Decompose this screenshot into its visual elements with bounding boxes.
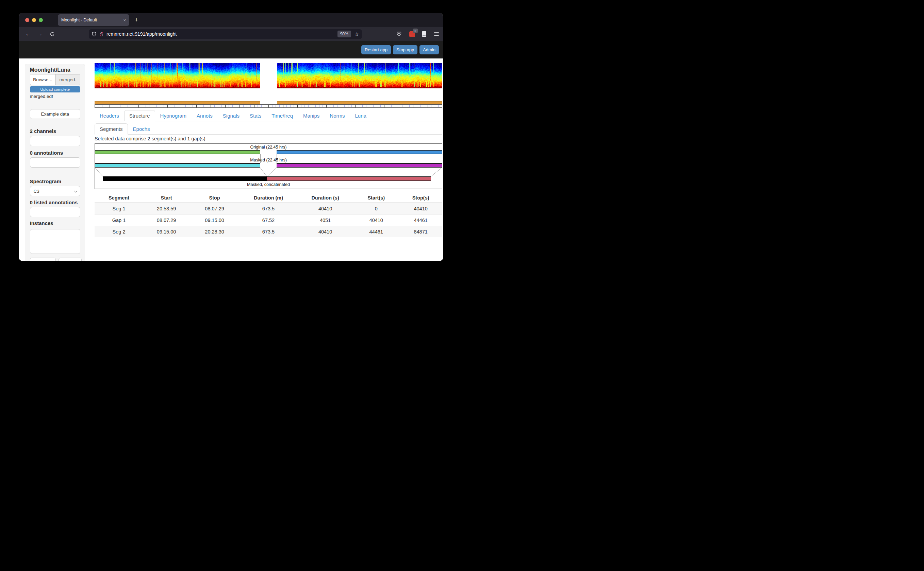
channels-select[interactable]	[30, 136, 80, 146]
reader-document-icon[interactable]	[419, 27, 428, 41]
lock-insecure-icon[interactable]	[99, 32, 104, 37]
masked-seg1-bar	[95, 163, 260, 168]
uploaded-file-name: merged.edf	[30, 94, 80, 99]
col-stop-s: Stop(s)	[399, 193, 442, 203]
annotations-select[interactable]	[30, 157, 80, 168]
subtab-segments[interactable]: Segments	[94, 123, 128, 134]
concat-funnel-lines	[95, 168, 442, 177]
tab-norms[interactable]: Norms	[325, 110, 350, 121]
sidebar-cut-button-right[interactable]	[59, 258, 82, 261]
pocket-icon[interactable]	[395, 27, 404, 41]
spectrogram-channel-select[interactable]: C3	[30, 186, 80, 196]
chevron-down-icon	[74, 189, 77, 193]
segments-summary: Selected data comprise 2 segment(s) and …	[94, 136, 206, 141]
cell: 09.15.00	[143, 226, 189, 238]
url-text[interactable]: remnrem.net:9191/app/moonlight	[107, 31, 337, 37]
stop-app-button[interactable]: Stop app	[393, 45, 418, 54]
app-page: Moonlight/Luna Browse... merged. Upload …	[19, 59, 443, 261]
col-stop: Stop	[189, 193, 240, 203]
app-header: Restart app Stop app Admin	[19, 41, 443, 59]
close-window-button[interactable]	[25, 18, 29, 22]
annotations-heading: 0 annotations	[30, 150, 80, 156]
sidebar-divider	[30, 123, 80, 123]
example-data-button[interactable]: Example data	[30, 109, 80, 119]
browser-tab[interactable]: Moonlight - Default ×	[58, 14, 129, 26]
browser-tab-title: Moonlight - Default	[61, 18, 121, 22]
restart-app-button[interactable]: Restart app	[361, 45, 391, 54]
cell: 84871	[399, 226, 442, 238]
main-tabs: Headers Structure Hypnogram Annots Signa…	[94, 110, 442, 121]
tab-headers[interactable]: Headers	[94, 110, 124, 121]
tab-luna[interactable]: Luna	[350, 110, 371, 121]
instances-heading: Instances	[30, 220, 80, 226]
tab-structure[interactable]: Structure	[124, 110, 155, 121]
listed-annotations-select[interactable]	[30, 207, 80, 217]
url-bar[interactable]: remnrem.net:9191/app/moonlight 90% ☆	[89, 29, 362, 39]
col-duration-m: Duration (m)	[240, 193, 297, 203]
col-duration-s: Duration (s)	[297, 193, 353, 203]
cell: 09.15.00	[189, 215, 240, 226]
tab-annots[interactable]: Annots	[192, 110, 218, 121]
tab-manips[interactable]: Manips	[298, 110, 325, 121]
extension-icon[interactable]: ••• 2	[407, 27, 416, 41]
concat-seg2-bar	[267, 176, 431, 181]
tab-stats[interactable]: Stats	[245, 110, 266, 121]
cell: 40410	[353, 215, 399, 226]
upload-progress-bar: Upload complete	[30, 86, 80, 93]
cell: 44461	[353, 226, 399, 238]
tab-signals[interactable]: Signals	[218, 110, 245, 121]
instances-box[interactable]	[30, 229, 80, 254]
minimize-window-button[interactable]	[32, 18, 36, 22]
cell: 40410	[297, 203, 353, 215]
cell: 673.5	[240, 203, 297, 215]
cell: Gap 1	[94, 215, 143, 226]
browser-window: Moonlight - Default × + ← → remnrem.net:…	[19, 13, 443, 261]
extension-badge: 2	[413, 29, 418, 33]
bookmark-star-icon[interactable]: ☆	[354, 31, 359, 37]
cell: 0	[353, 203, 399, 215]
new-tab-button[interactable]: +	[132, 15, 141, 25]
browse-button[interactable]: Browse...	[30, 74, 56, 85]
reload-icon[interactable]	[48, 27, 56, 41]
browser-navbar: ← → remnrem.net:9191/app/moonlight 90% ☆…	[19, 27, 443, 41]
structure-subtabs: Segments Epochs	[94, 122, 442, 134]
cell: 40410	[399, 203, 442, 215]
segments-table: Segment Start Stop Duration (m) Duration…	[94, 193, 442, 237]
file-input[interactable]: Browse... merged.	[30, 74, 80, 85]
zoom-window-button[interactable]	[39, 18, 43, 22]
tab-timefreq[interactable]: Time/freq	[266, 110, 298, 121]
menu-hamburger-icon[interactable]	[432, 27, 441, 41]
browser-titlebar: Moonlight - Default × +	[19, 13, 443, 28]
cell: 20.28.30	[189, 226, 240, 238]
table-row: Seg 120.53.59 08.07.29673.5 404100 40410	[94, 203, 442, 215]
concat-seg1-bar	[103, 176, 267, 181]
cell: 08.07.29	[143, 215, 189, 226]
zoom-level-badge[interactable]: 90%	[337, 31, 351, 37]
sidebar-divider	[30, 105, 80, 105]
concat-label: Masked, concatenated	[95, 182, 442, 187]
masked-seg2-bar	[277, 163, 442, 168]
cell: 67.52	[240, 215, 297, 226]
masked-label: Masked (22.45 hrs)	[95, 158, 442, 162]
shield-icon[interactable]	[91, 32, 97, 37]
cell: 4051	[297, 215, 353, 226]
timeline[interactable]	[94, 101, 442, 108]
table-header-row: Segment Start Stop Duration (m) Duration…	[94, 193, 442, 203]
tab-close-icon[interactable]: ×	[121, 18, 126, 23]
spectrogram-segment-1	[94, 63, 260, 88]
cell: 08.07.29	[189, 203, 240, 215]
back-icon[interactable]: ←	[24, 27, 33, 41]
spectrogram-heading: Spectrogram	[30, 178, 80, 184]
file-input-value: merged.	[56, 74, 80, 85]
tab-hypnogram[interactable]: Hypnogram	[155, 110, 192, 121]
cell: 20.53.59	[143, 203, 189, 215]
subtab-epochs[interactable]: Epochs	[128, 123, 155, 134]
forward-icon[interactable]: →	[36, 27, 44, 41]
timeline-segment-2	[277, 101, 442, 104]
spectrogram-channel-value: C3	[34, 189, 39, 194]
cell: Seg 1	[94, 203, 143, 215]
original-seg2-bar	[277, 150, 442, 154]
col-segment: Segment	[94, 193, 143, 203]
admin-button[interactable]: Admin	[419, 45, 439, 54]
sidebar-cut-button-left[interactable]	[30, 258, 56, 261]
